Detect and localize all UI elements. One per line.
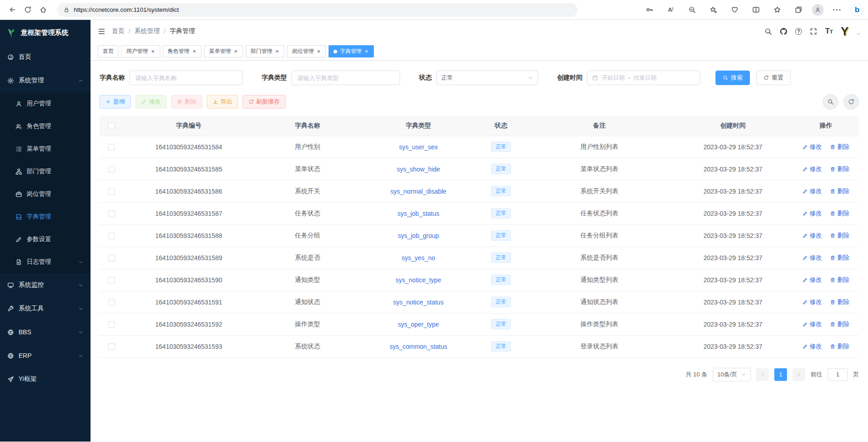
search-icon[interactable]	[764, 28, 772, 35]
sidebar-item-menu[interactable]: 菜单管理	[0, 138, 91, 160]
row-delete-link[interactable]: 删除	[830, 254, 849, 262]
sidebar-item-home[interactable]: 首页	[0, 45, 91, 69]
status-select[interactable]: 正常	[436, 71, 538, 85]
search-button[interactable]: 搜索	[715, 71, 750, 85]
tab-dict[interactable]: 字典管理×	[329, 45, 374, 57]
reset-button[interactable]: 重置	[756, 71, 791, 85]
row-checkbox[interactable]	[108, 233, 115, 239]
tab-user[interactable]: 用户管理×	[121, 45, 160, 57]
sidebar-item-dict[interactable]: 字典管理	[0, 205, 91, 228]
date-start-placeholder[interactable]: 开始日期	[602, 74, 625, 82]
date-range-picker[interactable]: 开始日期 - 结束日期	[587, 71, 700, 85]
row-checkbox[interactable]	[108, 144, 115, 151]
sidebar-item-tool[interactable]: 系统工具	[0, 297, 91, 320]
tab-home[interactable]: 首页	[98, 45, 119, 57]
page-size-select[interactable]: 10条/页	[713, 368, 751, 381]
tab-dept[interactable]: 部门管理×	[246, 45, 285, 57]
read-aloud-icon[interactable]: A)	[663, 2, 678, 18]
row-edit-link[interactable]: 修改	[802, 342, 822, 351]
row-delete-link[interactable]: 删除	[830, 143, 849, 151]
dict-name-input[interactable]	[129, 71, 243, 85]
edit-button[interactable]: 修改	[135, 95, 167, 109]
row-delete-link[interactable]: 删除	[830, 320, 849, 328]
sidebar-item-config[interactable]: 参数设置	[0, 228, 91, 251]
dict-type-link[interactable]: sys_job_status	[397, 210, 439, 217]
sidebar-item-post[interactable]: 岗位管理	[0, 183, 91, 205]
row-delete-link[interactable]: 删除	[830, 187, 849, 195]
date-end-placeholder[interactable]: 结束日期	[634, 74, 656, 82]
favorites-icon[interactable]	[769, 2, 785, 18]
add-button[interactable]: 新增	[100, 95, 131, 109]
dict-type-link[interactable]: sys_oper_type	[398, 321, 439, 328]
toggle-search-button[interactable]	[823, 94, 838, 109]
row-checkbox[interactable]	[108, 210, 115, 217]
row-checkbox[interactable]	[108, 188, 115, 195]
select-all-checkbox[interactable]	[108, 123, 115, 129]
row-delete-link[interactable]: 删除	[830, 298, 849, 306]
dict-type-link[interactable]: sys_notice_status	[393, 299, 444, 306]
bing-copilot-icon[interactable]: b	[851, 4, 863, 16]
row-checkbox[interactable]	[108, 166, 115, 173]
row-edit-link[interactable]: 修改	[802, 232, 822, 240]
row-delete-link[interactable]: 删除	[830, 209, 849, 218]
profile-avatar[interactable]	[812, 4, 824, 16]
close-tab-icon[interactable]: ×	[316, 48, 321, 54]
sidebar-item-bbs[interactable]: BBS	[0, 320, 91, 344]
page-number-1[interactable]: 1	[774, 368, 787, 381]
sidebar-item-system[interactable]: 系统管理	[0, 69, 91, 92]
sidebar-item-user[interactable]: 用户管理	[0, 92, 91, 115]
browser-essentials-icon[interactable]	[727, 2, 742, 18]
sidebar-item-yi[interactable]: Yi框架	[0, 367, 91, 391]
row-delete-link[interactable]: 删除	[830, 232, 849, 240]
prev-page-button[interactable]	[756, 368, 769, 381]
favorite-add-icon[interactable]	[706, 2, 721, 18]
sidebar-item-erp[interactable]: ERP	[0, 344, 91, 367]
close-tab-icon[interactable]: ×	[151, 48, 155, 54]
close-tab-icon[interactable]: ×	[192, 48, 197, 54]
collections-icon[interactable]	[791, 2, 806, 18]
row-checkbox[interactable]	[108, 255, 115, 261]
row-delete-link[interactable]: 删除	[830, 342, 849, 351]
key-icon[interactable]	[642, 2, 657, 18]
row-checkbox[interactable]	[108, 321, 115, 328]
split-screen-icon[interactable]	[748, 2, 763, 18]
dict-type-link[interactable]: sys_job_group	[398, 232, 439, 239]
refresh-cache-button[interactable]: 刷新缓存	[243, 95, 286, 109]
more-options-icon[interactable]: ···	[830, 2, 845, 18]
row-edit-link[interactable]: 修改	[802, 143, 822, 151]
dict-type-link[interactable]: sys_common_status	[390, 343, 448, 350]
dict-type-link[interactable]: sys_yes_no	[402, 254, 435, 261]
export-button[interactable]: 导出	[207, 95, 238, 109]
row-checkbox[interactable]	[108, 299, 115, 306]
delete-button[interactable]: 删除	[171, 95, 202, 109]
row-edit-link[interactable]: 修改	[802, 320, 822, 328]
row-edit-link[interactable]: 修改	[802, 209, 822, 218]
dict-type-link[interactable]: sys_notice_type	[396, 276, 441, 284]
dict-type-link[interactable]: sys_user_sex	[399, 143, 438, 151]
row-edit-link[interactable]: 修改	[802, 276, 822, 284]
close-tab-icon[interactable]: ×	[364, 48, 369, 54]
chevron-down-icon[interactable]	[856, 32, 861, 36]
row-edit-link[interactable]: 修改	[802, 187, 822, 195]
sidebar-item-dept[interactable]: 部门管理	[0, 160, 91, 183]
next-page-button[interactable]	[792, 368, 805, 381]
github-icon[interactable]	[780, 28, 787, 35]
font-size-icon[interactable]: TT	[825, 27, 833, 36]
brand-logo[interactable]: Y	[841, 25, 849, 37]
goto-page-input[interactable]	[828, 368, 848, 381]
tab-post[interactable]: 岗位管理×	[287, 45, 326, 57]
collapse-sidebar-icon[interactable]	[98, 28, 105, 35]
row-delete-link[interactable]: 删除	[830, 276, 849, 284]
breadcrumb-item-0[interactable]: 首页	[112, 27, 124, 35]
close-tab-icon[interactable]: ×	[234, 48, 238, 54]
dict-type-link[interactable]: sys_show_hide	[397, 166, 440, 173]
sidebar-item-log[interactable]: 日志管理	[0, 251, 91, 273]
row-edit-link[interactable]: 修改	[802, 165, 822, 173]
sidebar-item-monitor[interactable]: 系统监控	[0, 273, 91, 297]
dict-type-link[interactable]: sys_normal_disable	[391, 188, 447, 195]
tab-menu[interactable]: 菜单管理×	[204, 45, 243, 57]
row-edit-link[interactable]: 修改	[802, 254, 822, 262]
row-delete-link[interactable]: 删除	[830, 165, 849, 173]
sidebar-item-role[interactable]: 角色管理	[0, 115, 91, 138]
dict-type-input[interactable]	[291, 71, 400, 85]
